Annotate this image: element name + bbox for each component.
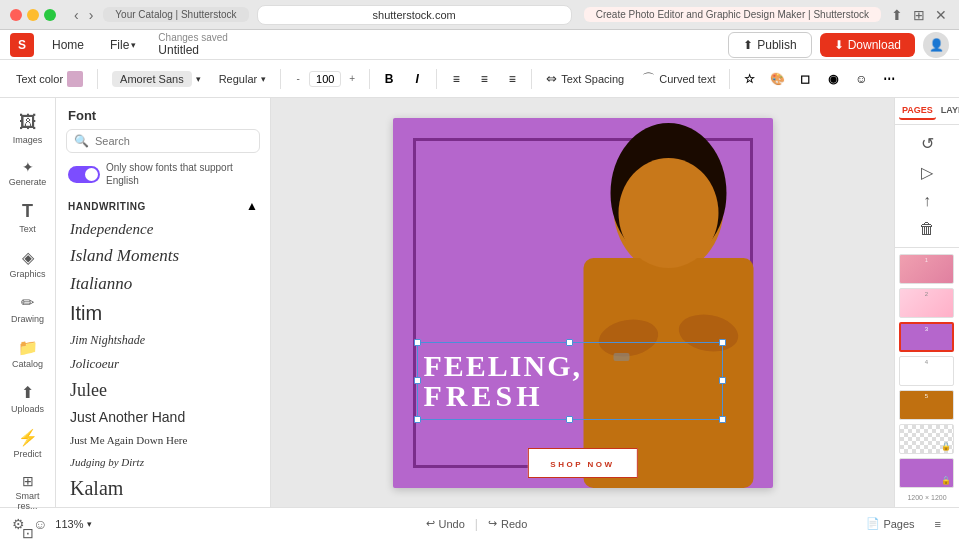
toggle-knob [85,168,98,181]
download-button[interactable]: ⬇ Download [820,33,915,57]
font-size-minus[interactable]: - [289,70,307,88]
font-item-italianno[interactable]: Italianno [56,270,270,298]
file-nav[interactable]: File ▾ [102,35,144,55]
font-search: 🔍 [66,129,260,153]
font-item-julee[interactable]: Julee [56,376,270,405]
pages-icon: 📄 [866,517,880,530]
font-item-just-another-hand[interactable]: Just Another Hand [56,405,270,429]
curved-text-control[interactable]: ⌒ Curved text [636,67,721,91]
tab-layers[interactable]: LAYE... [938,102,959,120]
redo-control[interactable]: ↪ Redo [488,517,527,530]
canvas-text-feeling: FEELING, [424,351,716,381]
maximize-dot[interactable] [44,9,56,21]
font-item-jolicoeur[interactable]: Jolicoeur [56,352,270,376]
align-left-button[interactable]: ≡ [445,68,467,90]
breadcrumb: Changes saved Untitled [158,32,228,57]
font-item-independence[interactable]: Independence [56,217,270,242]
canvas-area[interactable]: FEELING, FRESH SHOP NOW [271,98,894,507]
page-thumb-4[interactable]: 4 [899,356,954,386]
user-avatar[interactable]: 👤 [923,32,949,58]
cursor-icon[interactable]: ▷ [918,160,936,185]
font-item-island-moments[interactable]: Island Moments [56,242,270,270]
align-right-button[interactable]: ≡ [501,68,523,90]
right-panel-tabs: PAGES LAYE... [895,98,959,125]
lock-icon-7: 🔒 [941,476,951,485]
mask-button[interactable]: ◉ [822,68,844,90]
text-selection-container[interactable]: FEELING, FRESH [417,342,723,420]
more-button[interactable]: ⋯ [878,68,900,90]
minimize-dot[interactable] [27,9,39,21]
back-button[interactable]: ‹ [72,7,81,23]
shop-now-button[interactable]: SHOP NOW [527,448,637,478]
page-thumb-7[interactable]: 🔒 [899,458,954,488]
share-button[interactable]: ⬆ [889,7,905,23]
layers-tab-button[interactable]: ≡ [929,515,947,533]
pages-tab-button[interactable]: 📄 Pages [860,514,920,533]
font-item-judging[interactable]: Judging by Dirtz [56,451,270,473]
color-swatch[interactable] [67,71,83,87]
eraser-button[interactable]: ◻ [794,68,816,90]
text-spacing-control[interactable]: ⇔ Text Spacing [540,68,630,89]
tab-catalog[interactable]: Your Catalog | Shutterstock [103,7,248,22]
page-thumb-2[interactable]: 2 [899,288,954,318]
undo-control[interactable]: ↩ Undo [426,517,465,530]
page-thumb-3[interactable]: 3 [899,322,954,352]
settings-icon[interactable]: ⚙ [12,516,25,532]
palette-button[interactable]: 🎨 [766,68,788,90]
divider-3 [369,69,370,89]
rotate-icon[interactable]: ↺ [918,131,937,156]
browser-nav: ‹ › [72,7,95,23]
page-thumb-1[interactable]: 1 [899,254,954,284]
canvas-content[interactable]: FEELING, FRESH SHOP NOW [393,118,773,488]
redo-icon: ↪ [488,517,497,530]
sidebar-item-catalog[interactable]: 📁 Catalog [4,332,52,375]
emoji-face-icon[interactable]: ☺ [33,516,47,532]
font-item-jim-nightshade[interactable]: Jim Nightshade [56,329,270,352]
browser-chrome: ‹ › Your Catalog | Shutterstock shutters… [0,0,959,30]
sidebar-item-drawing[interactable]: ✏ Drawing [4,287,52,330]
page-thumb-5[interactable]: 5 [899,390,954,420]
english-toggle[interactable] [68,166,100,183]
toggle-label: Only show fonts that support English [106,161,233,187]
smart-resize-icon: ⊞ [22,473,34,489]
forward-button[interactable]: › [87,7,96,23]
style-chevron: ▾ [261,74,266,84]
text-color-control[interactable]: Text color [10,68,89,90]
delete-icon[interactable]: 🗑 [916,217,938,241]
font-size-plus[interactable]: + [343,70,361,88]
tab-editor[interactable]: Create Photo Editor and Graphic Design M… [584,7,881,22]
zoom-control[interactable]: 113% ▾ [55,518,92,530]
page-thumb-6[interactable]: 🔒 [899,424,954,454]
url-bar[interactable]: shutterstock.com [257,5,572,25]
favorite-button[interactable]: ☆ [738,68,760,90]
sidebar-item-images[interactable]: 🖼 Images [4,106,52,151]
tab-pages[interactable]: PAGES [899,102,936,120]
person-area [564,118,773,488]
font-name-control[interactable]: Amoret Sans ▾ [106,68,207,90]
font-item-just-me[interactable]: Just Me Again Down Here [56,429,270,451]
sidebar-item-uploads[interactable]: ⬆ Uploads [4,377,52,420]
sidebar-item-smart-resize[interactable]: ⊞ Smart res... [4,467,52,517]
search-input[interactable] [66,129,260,153]
arrow-icon[interactable]: ↑ [920,189,934,213]
sidebar-item-predict[interactable]: ⚡ Predict [4,422,52,465]
font-item-itim[interactable]: Itim [56,298,270,329]
home-nav[interactable]: Home [44,35,92,55]
main-layout: 🖼 Images ✦ Generate T Text ◈ Graphics ✏ … [0,98,959,507]
browser-close[interactable]: ✕ [933,7,949,23]
font-item-kaushan[interactable]: Kaushan Script [56,504,270,507]
align-center-button[interactable]: ≡ [473,68,495,90]
font-item-kalam[interactable]: Kalam [56,473,270,504]
close-dot[interactable] [10,9,22,21]
sidebar-item-generate[interactable]: ✦ Generate [4,153,52,193]
font-style-control[interactable]: Regular ▾ [213,70,273,88]
handwriting-section-header[interactable]: HANDWRITING ▲ [56,195,270,217]
lock-icon: 🔒 [941,442,951,451]
sidebar-item-text[interactable]: T Text [4,195,52,240]
publish-button[interactable]: ⬆ Publish [728,32,811,58]
bold-button[interactable]: B [378,68,400,90]
emoji-button[interactable]: ☺ [850,68,872,90]
sidebar-item-graphics[interactable]: ◈ Graphics [4,242,52,285]
italic-button[interactable]: I [406,68,428,90]
new-tab-button[interactable]: ⊞ [911,7,927,23]
